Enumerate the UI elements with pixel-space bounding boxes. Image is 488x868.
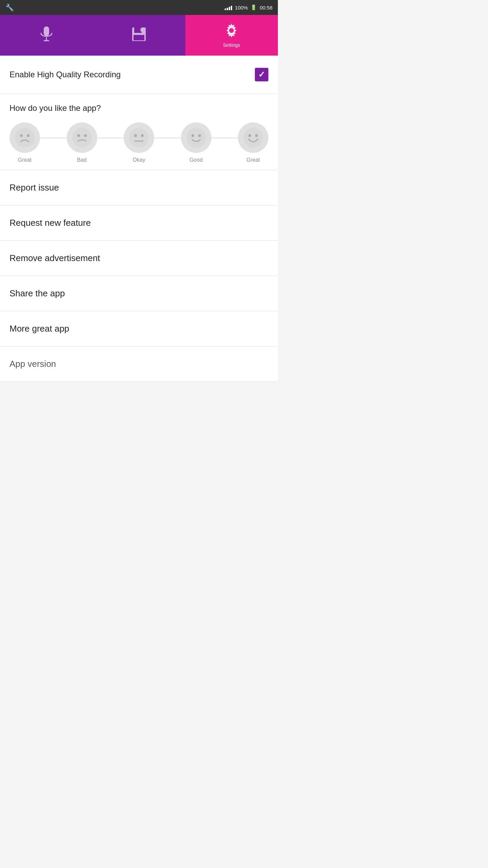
battery-icon: 🔋 bbox=[250, 4, 257, 11]
svg-point-8 bbox=[229, 28, 234, 33]
menu-item-remove-ads[interactable]: Remove advertisement bbox=[0, 241, 278, 276]
microphone-icon bbox=[40, 26, 53, 45]
rating-okay[interactable]: Okay bbox=[124, 122, 154, 163]
content: Enable High Quality Recording ✓ How do y… bbox=[0, 56, 278, 382]
report-issue-label: Report issue bbox=[9, 182, 59, 193]
svg-point-9 bbox=[15, 128, 35, 147]
toolbar-save[interactable] bbox=[93, 15, 185, 56]
menu-item-report-issue[interactable]: Report issue bbox=[0, 170, 278, 205]
svg-point-12 bbox=[72, 128, 92, 147]
toolbar-microphone[interactable] bbox=[0, 15, 93, 56]
face-great-circle bbox=[238, 122, 268, 153]
signal-bars bbox=[225, 5, 232, 10]
svg-point-16 bbox=[134, 134, 137, 137]
save-icon bbox=[131, 27, 146, 44]
svg-point-15 bbox=[129, 128, 149, 147]
face-bad-circle bbox=[67, 122, 97, 153]
status-bar-right: 100% 🔋 00:58 bbox=[225, 4, 272, 11]
face-okay-circle bbox=[124, 122, 154, 153]
status-bar-left: 🔧 bbox=[5, 3, 14, 12]
clock: 00:58 bbox=[260, 5, 272, 11]
high-quality-label: Enable High Quality Recording bbox=[9, 70, 121, 79]
rating-okay-label: Okay bbox=[133, 157, 145, 163]
svg-rect-6 bbox=[134, 35, 144, 40]
rating-bad[interactable]: Bad bbox=[67, 122, 97, 163]
menu-item-share-app[interactable]: Share the app bbox=[0, 276, 278, 311]
settings-label: Settings bbox=[223, 42, 240, 48]
svg-point-22 bbox=[243, 128, 263, 147]
signal-bar-1 bbox=[225, 8, 226, 10]
svg-point-24 bbox=[255, 134, 258, 137]
high-quality-checkbox[interactable]: ✓ bbox=[255, 68, 268, 81]
svg-point-19 bbox=[186, 128, 206, 147]
rating-section: How do you like the app? Great bbox=[0, 94, 278, 170]
settings-icon bbox=[224, 23, 239, 40]
svg-point-21 bbox=[198, 134, 201, 137]
signal-bar-2 bbox=[227, 8, 228, 10]
request-feature-label: Request new feature bbox=[9, 218, 91, 228]
svg-point-20 bbox=[191, 134, 194, 137]
svg-point-11 bbox=[27, 134, 29, 137]
signal-bar-4 bbox=[231, 6, 232, 10]
status-bar: 🔧 100% 🔋 00:58 bbox=[0, 0, 278, 15]
menu-item-app-version[interactable]: App version bbox=[0, 347, 278, 382]
svg-point-13 bbox=[77, 134, 80, 137]
remove-ads-label: Remove advertisement bbox=[9, 253, 100, 263]
face-good-circle bbox=[181, 122, 211, 153]
rating-terrible[interactable]: Great bbox=[9, 122, 40, 163]
svg-point-17 bbox=[141, 134, 144, 137]
toolbar: Settings bbox=[0, 15, 278, 56]
svg-rect-0 bbox=[44, 26, 49, 36]
rating-great-label: Great bbox=[246, 157, 260, 163]
menu-item-request-feature[interactable]: Request new feature bbox=[0, 205, 278, 241]
svg-point-14 bbox=[84, 134, 87, 137]
rating-bad-label: Bad bbox=[77, 157, 86, 163]
battery-percent: 100% bbox=[235, 5, 248, 11]
svg-rect-5 bbox=[140, 28, 142, 32]
more-apps-label: More great app bbox=[9, 323, 69, 334]
rating-question: How do you like the app? bbox=[9, 103, 268, 113]
rating-terrible-label: Great bbox=[18, 157, 32, 163]
toolbar-settings[interactable]: Settings bbox=[185, 15, 278, 56]
svg-point-23 bbox=[248, 134, 251, 137]
app-version-label: App version bbox=[9, 359, 56, 369]
rating-faces: Great Bad bbox=[9, 122, 268, 163]
face-terrible-circle bbox=[9, 122, 40, 153]
rating-good[interactable]: Good bbox=[181, 122, 211, 163]
rating-good-label: Good bbox=[189, 157, 203, 163]
rating-great[interactable]: Great bbox=[238, 122, 268, 163]
signal-bar-3 bbox=[229, 7, 230, 10]
menu-item-more-apps[interactable]: More great app bbox=[0, 311, 278, 347]
checkmark-icon: ✓ bbox=[258, 70, 265, 79]
share-app-label: Share the app bbox=[9, 288, 65, 298]
high-quality-recording-row[interactable]: Enable High Quality Recording ✓ bbox=[0, 56, 278, 94]
svg-point-10 bbox=[20, 134, 23, 137]
wrench-icon: 🔧 bbox=[5, 3, 14, 12]
